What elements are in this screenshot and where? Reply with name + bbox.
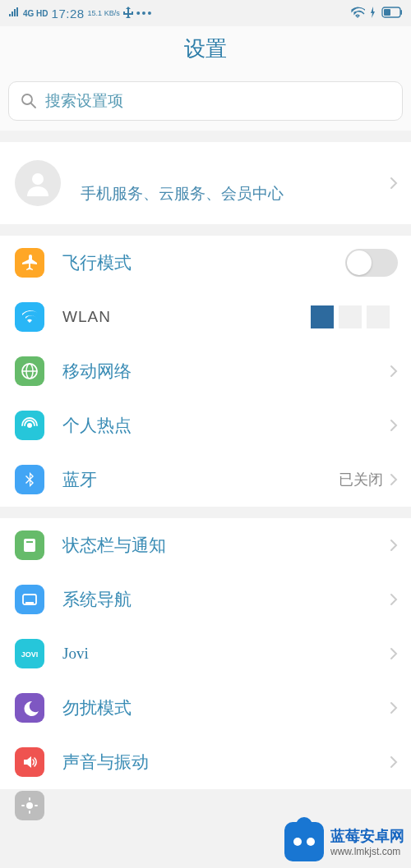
status-left: 4G HD 17:28 15.1 KB/s ••• xyxy=(8,7,153,21)
watermark-logo-icon xyxy=(284,822,324,861)
account-subtitle: 手机服务、云服务、会员中心 xyxy=(81,183,390,204)
settings-row-navigation[interactable]: 系统导航 xyxy=(0,572,411,627)
settings-row-statusbar[interactable]: 状态栏与通知 xyxy=(0,518,411,572)
brightness-icon xyxy=(15,791,44,820)
settings-row-jovi[interactable]: Jovi xyxy=(0,627,411,681)
row-label: 个人热点 xyxy=(62,414,390,437)
toggle-switch[interactable] xyxy=(345,249,398,277)
network-type: 4G HD xyxy=(23,9,48,18)
jovi-icon xyxy=(15,639,44,668)
speed-indicator: 15.1 KB/s xyxy=(88,10,120,17)
usb-icon xyxy=(123,7,133,21)
chevron-right-icon xyxy=(390,593,398,606)
sound-icon xyxy=(15,747,44,777)
charging-icon xyxy=(370,7,376,21)
svg-rect-1 xyxy=(384,9,390,16)
svg-line-4 xyxy=(31,103,35,108)
chevron-right-icon xyxy=(390,177,398,190)
search-input[interactable]: 搜索设置项 xyxy=(8,81,403,121)
chevron-right-icon xyxy=(390,755,398,769)
chevron-right-icon xyxy=(390,647,398,660)
svg-point-3 xyxy=(22,94,32,104)
wlan-indicator xyxy=(311,305,390,328)
svg-point-5 xyxy=(32,173,44,185)
chevron-right-icon xyxy=(390,473,398,486)
row-label: 蓝牙 xyxy=(62,468,339,491)
section-gap xyxy=(0,507,411,518)
search-placeholder: 搜索设置项 xyxy=(45,90,123,112)
row-label: WLAN xyxy=(62,308,311,326)
row-label: 移动网络 xyxy=(62,360,390,383)
settings-row-brightness[interactable] xyxy=(0,789,411,822)
search-container: 搜索设置项 xyxy=(0,78,411,131)
notification-icon xyxy=(15,530,44,560)
settings-row-mobile[interactable]: 移动网络 xyxy=(0,344,411,398)
chevron-right-icon xyxy=(390,419,398,432)
section-gap xyxy=(0,131,411,142)
settings-row-airplane[interactable]: 飞行模式 xyxy=(0,236,411,290)
chevron-right-icon xyxy=(390,701,398,714)
svg-rect-2 xyxy=(400,10,402,15)
more-dots: ••• xyxy=(136,7,154,20)
header: 设置 xyxy=(0,26,411,78)
nav-icon xyxy=(15,585,44,614)
settings-row-dnd[interactable]: 勿扰模式 xyxy=(0,681,411,735)
watermark-title: 蓝莓安卓网 xyxy=(330,826,404,846)
hotspot-icon xyxy=(15,411,44,440)
moon-icon xyxy=(15,693,44,723)
watermark: 蓝莓安卓网 www.lmkjst.com xyxy=(284,822,404,861)
svg-point-6 xyxy=(26,802,33,809)
account-row[interactable]: 手机服务、云服务、会员中心 xyxy=(0,142,411,224)
settings-row-wlan[interactable]: WLAN xyxy=(0,290,411,344)
airplane-icon xyxy=(15,248,44,278)
wifi-icon xyxy=(15,302,44,332)
status-right xyxy=(350,7,403,21)
search-icon xyxy=(21,93,37,109)
page-title: 设置 xyxy=(0,34,411,63)
wifi-status-icon xyxy=(350,7,365,21)
battery-icon xyxy=(381,7,403,21)
settings-group: 状态栏与通知系统导航Jovi勿扰模式声音与振动 xyxy=(0,518,411,789)
chevron-right-icon xyxy=(390,539,398,552)
watermark-url: www.lmkjst.com xyxy=(330,846,404,857)
row-label: 系统导航 xyxy=(62,588,390,611)
settings-row-hotspot[interactable]: 个人热点 xyxy=(0,398,411,452)
section-gap xyxy=(0,224,411,236)
bluetooth-icon xyxy=(15,465,44,494)
row-label: 声音与振动 xyxy=(62,751,390,774)
status-bar: 4G HD 17:28 15.1 KB/s ••• xyxy=(0,0,411,26)
row-label: Jovi xyxy=(62,645,390,663)
settings-group: 飞行模式WLAN移动网络个人热点蓝牙已关闭 xyxy=(0,236,411,507)
avatar xyxy=(15,160,61,206)
globe-icon xyxy=(15,356,44,386)
signal-indicator xyxy=(8,7,20,19)
row-label: 状态栏与通知 xyxy=(62,534,390,557)
settings-row-bluetooth[interactable]: 蓝牙已关闭 xyxy=(0,452,411,507)
chevron-right-icon xyxy=(390,365,398,378)
row-label: 飞行模式 xyxy=(62,251,345,274)
row-label: 勿扰模式 xyxy=(62,696,390,719)
time-display: 17:28 xyxy=(52,7,85,21)
settings-row-sound[interactable]: 声音与振动 xyxy=(0,735,411,789)
row-value: 已关闭 xyxy=(339,470,383,489)
